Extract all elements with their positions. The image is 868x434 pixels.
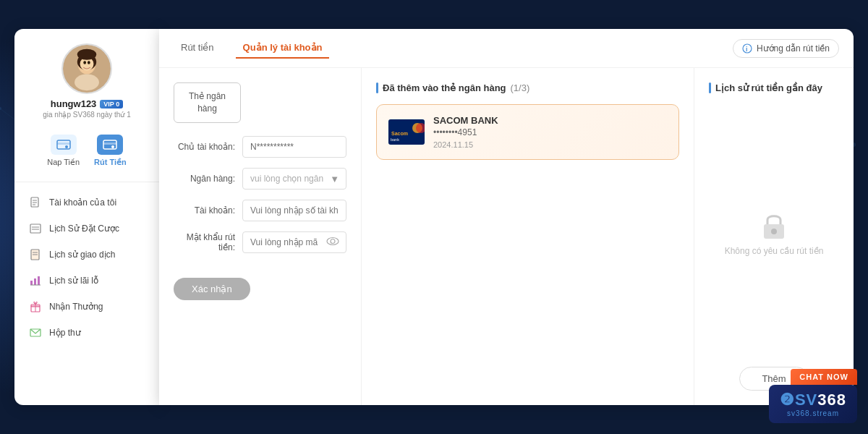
- menu-list: Tài khoản của tôi Lịch Sử Đặt Cược: [14, 186, 159, 349]
- svg-rect-22: [57, 142, 70, 145]
- chart-icon: [29, 274, 42, 287]
- bank-logo: Sacom bank: [388, 119, 425, 145]
- svg-point-23: [65, 145, 68, 148]
- receipt-icon: [29, 248, 42, 261]
- svg-text:i: i: [746, 46, 748, 53]
- empty-history: Không có yêu cầu rút tiền: [709, 111, 839, 356]
- title-bar: [376, 82, 378, 93]
- tai-khoan-input-wrap: [242, 200, 346, 221]
- bank-section-title: Đã thêm vào thẻ ngân hàng (1/3): [376, 82, 679, 93]
- brand-area: CHAT NOW ❷SV368 sv368.stream: [769, 369, 857, 423]
- vip-badge: VIP 0: [100, 100, 123, 109]
- history-title-bar: [709, 82, 711, 93]
- chat-now-button[interactable]: CHAT NOW: [791, 369, 857, 385]
- bank-number: ••••••••4951: [433, 127, 667, 137]
- rut-icon: [97, 135, 123, 155]
- history-column: Lịch sử rút tiền gần đây Không có yêu cầ…: [694, 68, 854, 405]
- bank-count: (1/3): [511, 82, 530, 93]
- mail-icon: [29, 326, 42, 339]
- svg-text:Sacom: Sacom: [391, 131, 408, 136]
- menu-item-lich-su-dat-cuoc[interactable]: Lịch Sử Đặt Cược: [14, 216, 159, 242]
- help-button[interactable]: i Hướng dẫn rút tiền: [733, 39, 839, 58]
- chu-tk-input-wrap: [242, 136, 346, 158]
- empty-text: Không có yêu cầu rút tiền: [725, 246, 824, 256]
- tai-khoan-row: Tài khoản:: [174, 200, 346, 221]
- mat-khau-input-wrap: [242, 231, 346, 253]
- svg-rect-37: [30, 281, 33, 285]
- svg-rect-38: [34, 278, 36, 285]
- svg-point-20: [77, 49, 96, 60]
- avatar: [61, 43, 112, 94]
- nap-tien-button[interactable]: Nap Tiền: [47, 135, 80, 167]
- svg-point-26: [111, 145, 114, 148]
- menu-label-lich-su-gd: Lịch sử giao dịch: [49, 250, 115, 260]
- brand-368: 368: [817, 391, 846, 409]
- chu-tk-label: Chủ tài khoản:: [174, 142, 242, 152]
- content-area: Thẻ ngân hàng Chủ tài khoản: Ngân hàng:: [159, 68, 854, 405]
- help-label: Hướng dẫn rút tiền: [757, 43, 830, 54]
- ngan-hang-select-wrap: vui lòng chọn ngân hàng ▼: [242, 168, 346, 190]
- right-panel: Rút tiền Quản lý tài khoản i Hướng dẫn r…: [159, 29, 854, 405]
- tabs: Rút tiền Quản lý tài khoản: [174, 38, 329, 59]
- document-icon: [29, 196, 42, 209]
- bank-card-button[interactable]: Thẻ ngân hàng: [174, 82, 241, 123]
- brand-url: sv368.stream: [787, 409, 839, 417]
- username: hungw123: [51, 98, 97, 109]
- tai-khoan-label: Tài khoản:: [174, 205, 242, 216]
- rut-tien-button[interactable]: Rút Tiền: [94, 135, 127, 167]
- menu-label-tai-khoan: Tài khoản của tôi: [49, 197, 116, 208]
- wallet-actions: Nap Tiền Rút Tiền: [47, 135, 127, 167]
- tab-quan-ly-tk[interactable]: Quản lý tài khoản: [236, 38, 330, 59]
- tab-rut-tien[interactable]: Rút tiền: [174, 38, 221, 59]
- svg-rect-25: [103, 142, 116, 145]
- lock-icon: [760, 211, 788, 240]
- top-bar: Rút tiền Quản lý tài khoản i Hướng dẫn r…: [159, 29, 854, 68]
- brand-logo: ❷SV368 sv368.stream: [769, 385, 857, 423]
- history-title-text: Lịch sử rút tiền gần đây: [715, 82, 822, 93]
- chu-tk-input[interactable]: [242, 136, 346, 158]
- brand-sv: ❷SV: [780, 391, 817, 409]
- menu-item-lich-su-ll[interactable]: Lịch sử lãi lỗ: [14, 268, 159, 294]
- nap-tien-label: Nap Tiền: [47, 158, 80, 167]
- svg-point-19: [88, 61, 90, 64]
- tai-khoan-input[interactable]: [242, 200, 346, 221]
- username-row: hungw123 VIP 0: [51, 98, 123, 109]
- gift-icon: [29, 300, 42, 313]
- rut-tien-label: Rút Tiền: [94, 158, 127, 167]
- mat-khau-row: Mật khẩu rút tiền:: [174, 231, 346, 253]
- svg-rect-39: [38, 276, 40, 285]
- menu-label-lich-su-dc: Lịch Sử Đặt Cược: [49, 224, 119, 234]
- bank-title-text: Đã thêm vào thẻ ngân hàng: [383, 82, 506, 93]
- confirm-button[interactable]: Xác nhận: [174, 278, 250, 300]
- bank-card[interactable]: Sacom bank SACOM BANK ••••••••4951 2024.…: [376, 104, 679, 160]
- menu-item-nhan-thuong[interactable]: Nhận Thưởng: [14, 294, 159, 320]
- menu-item-hop-thu[interactable]: Hộp thư: [14, 320, 159, 346]
- svg-text:bank: bank: [391, 137, 399, 142]
- divider: [14, 182, 159, 182]
- menu-item-tai-khoan[interactable]: Tài khoản của tôi: [14, 190, 159, 216]
- svg-rect-31: [30, 224, 41, 233]
- form-fields: Chủ tài khoản: Ngân hàng: vui lòng chọn …: [174, 136, 346, 263]
- nap-icon: [51, 135, 77, 155]
- menu-item-lich-su-gd[interactable]: Lịch sử giao dịch: [14, 242, 159, 268]
- list-icon: [29, 222, 42, 235]
- ngan-hang-select[interactable]: vui lòng chọn ngân hàng: [242, 168, 346, 190]
- menu-label-hop-thu: Hộp thư: [49, 328, 81, 338]
- history-section-title: Lịch sử rút tiền gần đây: [709, 82, 839, 93]
- join-text: gia nhập SV368 ngày thứ 1: [43, 111, 131, 119]
- svg-point-48: [331, 239, 335, 243]
- form-column: Thẻ ngân hàng Chủ tài khoản: Ngân hàng:: [159, 68, 362, 405]
- svg-point-55: [771, 229, 777, 234]
- bank-column: Đã thêm vào thẻ ngân hàng (1/3) Sacom ba…: [362, 68, 694, 405]
- svg-point-18: [83, 61, 86, 64]
- svg-point-16: [75, 75, 99, 91]
- menu-label-lich-su-ll: Lịch sử lãi lỗ: [49, 276, 98, 286]
- chu-tk-row: Chủ tài khoản:: [174, 136, 346, 158]
- left-panel: hungw123 VIP 0 gia nhập SV368 ngày thứ 1…: [14, 29, 159, 405]
- ngan-hang-label: Ngân hàng:: [174, 174, 242, 184]
- eye-icon[interactable]: [326, 237, 339, 247]
- avatar-area: hungw123 VIP 0 gia nhập SV368 ngày thứ 1: [43, 43, 131, 119]
- brand-name: ❷SV368: [780, 391, 846, 409]
- menu-label-nhan-thuong: Nhận Thưởng: [49, 302, 103, 312]
- bank-info: SACOM BANK ••••••••4951 2024.11.15: [433, 115, 667, 149]
